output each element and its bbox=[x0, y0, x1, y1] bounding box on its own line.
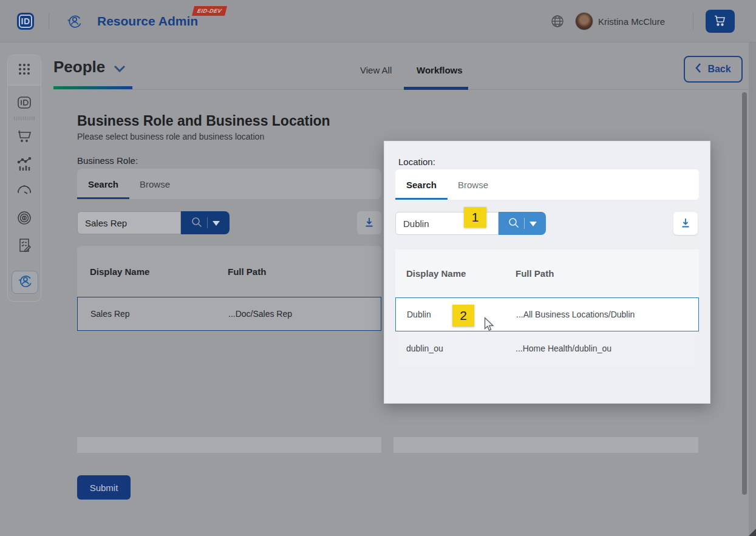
column-display-name: Display Name bbox=[90, 266, 149, 277]
download-icon bbox=[680, 217, 691, 230]
sidebar bbox=[7, 55, 41, 302]
download-icon bbox=[364, 217, 375, 229]
tab-view-all[interactable]: View All bbox=[360, 65, 392, 75]
header-divider bbox=[49, 13, 49, 29]
app-title: Resource Admin bbox=[97, 14, 198, 29]
app-header: ID Resource Admin EID-DEV Kristina McClu… bbox=[0, 0, 756, 42]
location-row-dublin[interactable]: Dublin 2 ...All Business Locations/Dubli… bbox=[395, 297, 699, 331]
tabs-divider bbox=[53, 89, 749, 90]
sidebar-item-dashboard[interactable] bbox=[16, 183, 32, 199]
location-search-button[interactable] bbox=[499, 212, 546, 235]
person-sync-icon bbox=[16, 273, 33, 292]
business-role-search-button[interactable] bbox=[181, 211, 230, 234]
business-role-search-input[interactable] bbox=[77, 211, 181, 234]
page-gutter bbox=[749, 42, 756, 536]
location-panel: Location: Search Browse 1 Display Name F… bbox=[384, 141, 710, 404]
column-full-path: Full Path bbox=[228, 266, 266, 277]
caret-down-icon bbox=[213, 219, 220, 228]
cell-full-path: ...Home Health/dublin_ou bbox=[516, 344, 611, 353]
business-role-table-header: Display Name Full Path bbox=[77, 246, 381, 297]
cart-icon bbox=[713, 15, 727, 29]
sidebar-item-apps[interactable] bbox=[8, 55, 41, 86]
active-tab-underline bbox=[404, 87, 468, 90]
cart-button[interactable] bbox=[706, 10, 735, 33]
search-icon bbox=[191, 217, 202, 229]
business-role-label: Business Role: bbox=[77, 155, 138, 166]
location-tab-search[interactable]: Search bbox=[406, 169, 437, 200]
scrollbar-thumb[interactable] bbox=[742, 92, 747, 495]
grid-icon bbox=[17, 62, 32, 79]
page-title: People bbox=[53, 58, 105, 76]
workflow-subheading: Please select business role and business… bbox=[77, 132, 264, 141]
environment-badge: EID-DEV bbox=[192, 6, 227, 16]
cell-full-path: ...All Business Locations/Dublin bbox=[516, 310, 635, 319]
column-display-name: Display Name bbox=[406, 268, 466, 279]
submit-button[interactable]: Submit bbox=[77, 475, 131, 500]
placeholder-bar-right bbox=[393, 437, 698, 453]
button-divider bbox=[207, 217, 208, 228]
sidebar-item-analytics[interactable] bbox=[16, 156, 32, 172]
business-role-download-button[interactable] bbox=[357, 211, 381, 234]
user-name: Kristina McClure bbox=[598, 16, 665, 27]
resource-admin-app: ID Resource Admin EID-DEV Kristina McClu… bbox=[0, 0, 756, 536]
resize-corner bbox=[749, 529, 756, 536]
sidebar-item-identity[interactable] bbox=[16, 95, 32, 110]
location-table-header: Display Name Full Path bbox=[395, 249, 699, 297]
globe-icon[interactable] bbox=[550, 14, 565, 29]
business-role-tab-search[interactable]: Search bbox=[88, 169, 118, 199]
workflow-heading: Business Role and Business Location bbox=[77, 113, 330, 129]
sidebar-item-cart[interactable] bbox=[16, 129, 32, 143]
button-divider bbox=[524, 218, 525, 229]
page-title-dropdown[interactable]: People bbox=[53, 58, 126, 76]
ruler-ticks-icon bbox=[14, 116, 35, 121]
placeholder-bar-left bbox=[77, 437, 381, 453]
business-role-tabbar: Search Browse bbox=[77, 169, 381, 199]
business-role-tab-underline bbox=[77, 197, 129, 199]
back-button[interactable]: Back bbox=[684, 56, 743, 83]
avatar[interactable] bbox=[576, 13, 593, 30]
location-tab-underline bbox=[395, 198, 448, 200]
search-icon bbox=[508, 217, 519, 230]
column-full-path: Full Path bbox=[516, 268, 554, 279]
caret-down-icon bbox=[530, 219, 537, 228]
back-label: Back bbox=[707, 64, 730, 75]
chevron-down-icon bbox=[114, 58, 126, 76]
tab-workflows[interactable]: Workflows bbox=[417, 65, 463, 75]
id-logo[interactable]: ID bbox=[17, 13, 34, 30]
step-annotation-1: 1 bbox=[464, 207, 486, 228]
business-role-tab-browse[interactable]: Browse bbox=[140, 169, 170, 199]
cell-display-name: Dublin bbox=[407, 310, 431, 319]
location-download-button[interactable] bbox=[673, 212, 698, 235]
cell-display-name: dublin_ou bbox=[406, 344, 443, 353]
location-tab-browse[interactable]: Browse bbox=[458, 169, 488, 200]
location-row-dublin-ou[interactable]: dublin_ou ...Home Health/dublin_ou bbox=[395, 331, 699, 365]
step-annotation-2: 2 bbox=[452, 305, 474, 327]
chevron-left-icon bbox=[695, 63, 701, 75]
person-sync-icon bbox=[65, 12, 83, 30]
location-tabbar: Search Browse bbox=[395, 169, 699, 200]
cell-display-name: Sales Rep bbox=[90, 309, 130, 319]
location-label: Location: bbox=[398, 157, 435, 167]
sidebar-item-tasks[interactable] bbox=[16, 237, 32, 253]
cell-full-path: ...Doc/Sales Rep bbox=[228, 309, 292, 319]
sidebar-item-resource-admin[interactable] bbox=[12, 271, 38, 294]
sidebar-item-fingerprint[interactable] bbox=[16, 210, 32, 226]
header-divider-2 bbox=[693, 12, 693, 30]
business-role-row-sales-rep[interactable]: Sales Rep ...Doc/Sales Rep bbox=[77, 297, 381, 331]
